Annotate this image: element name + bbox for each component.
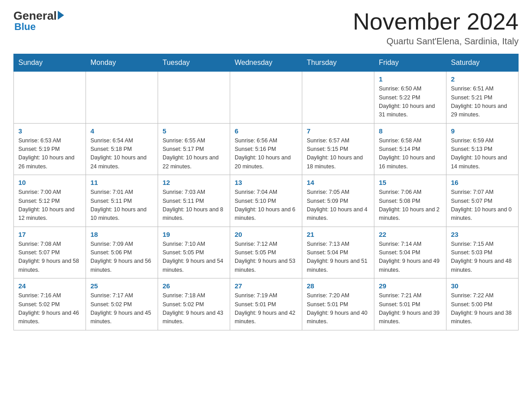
weekday-header-saturday: Saturday: [446, 54, 519, 72]
day-info: Sunrise: 7:17 AM Sunset: 5:02 PM Dayligh…: [90, 291, 153, 326]
day-number: 14: [307, 179, 369, 186]
calendar-cell: 11Sunrise: 7:01 AM Sunset: 5:11 PM Dayli…: [86, 175, 158, 227]
month-title: November 2024: [353, 9, 519, 34]
day-info: Sunrise: 7:18 AM Sunset: 5:02 PM Dayligh…: [163, 291, 225, 326]
calendar-cell: 7Sunrise: 6:57 AM Sunset: 5:15 PM Daylig…: [302, 123, 374, 175]
day-number: 11: [90, 179, 153, 186]
calendar-cell: [14, 72, 86, 124]
day-number: 7: [307, 127, 369, 135]
day-number: 12: [163, 179, 225, 186]
day-info: Sunrise: 7:04 AM Sunset: 5:10 PM Dayligh…: [235, 188, 297, 223]
weekday-header-tuesday: Tuesday: [158, 54, 230, 72]
calendar-cell: 29Sunrise: 7:21 AM Sunset: 5:01 PM Dayli…: [374, 278, 446, 330]
day-info: Sunrise: 7:08 AM Sunset: 5:07 PM Dayligh…: [18, 240, 81, 275]
week-row-2: 3Sunrise: 6:53 AM Sunset: 5:19 PM Daylig…: [14, 123, 519, 175]
day-number: 5: [163, 127, 225, 135]
day-info: Sunrise: 7:13 AM Sunset: 5:04 PM Dayligh…: [307, 240, 369, 275]
day-number: 1: [379, 75, 442, 83]
day-number: 22: [379, 231, 442, 238]
day-number: 10: [18, 179, 81, 186]
day-info: Sunrise: 6:58 AM Sunset: 5:14 PM Dayligh…: [379, 137, 442, 171]
day-info: Sunrise: 7:16 AM Sunset: 5:02 PM Dayligh…: [18, 291, 81, 326]
week-row-4: 17Sunrise: 7:08 AM Sunset: 5:07 PM Dayli…: [14, 227, 519, 278]
calendar-cell: 19Sunrise: 7:10 AM Sunset: 5:05 PM Dayli…: [158, 227, 230, 278]
calendar-cell: [86, 72, 158, 124]
calendar-cell: [158, 72, 230, 124]
day-number: 19: [163, 231, 225, 238]
location-subtitle: Quartu Sant'Elena, Sardinia, Italy: [353, 36, 519, 47]
day-info: Sunrise: 7:09 AM Sunset: 5:06 PM Dayligh…: [90, 240, 153, 275]
day-info: Sunrise: 6:54 AM Sunset: 5:18 PM Dayligh…: [90, 137, 153, 171]
calendar-cell: 13Sunrise: 7:04 AM Sunset: 5:10 PM Dayli…: [230, 175, 302, 227]
week-row-3: 10Sunrise: 7:00 AM Sunset: 5:12 PM Dayli…: [14, 175, 519, 227]
weekday-header-sunday: Sunday: [14, 54, 86, 72]
day-info: Sunrise: 7:15 AM Sunset: 5:03 PM Dayligh…: [451, 240, 514, 275]
calendar-cell: 16Sunrise: 7:07 AM Sunset: 5:07 PM Dayli…: [446, 175, 519, 227]
day-info: Sunrise: 7:19 AM Sunset: 5:01 PM Dayligh…: [235, 291, 297, 326]
day-number: 27: [235, 282, 297, 290]
calendar-cell: 18Sunrise: 7:09 AM Sunset: 5:06 PM Dayli…: [86, 227, 158, 278]
day-info: Sunrise: 7:07 AM Sunset: 5:07 PM Dayligh…: [451, 188, 514, 223]
calendar-cell: 20Sunrise: 7:12 AM Sunset: 5:05 PM Dayli…: [230, 227, 302, 278]
day-number: 16: [451, 179, 514, 186]
calendar-cell: 1Sunrise: 6:50 AM Sunset: 5:22 PM Daylig…: [374, 72, 446, 124]
day-info: Sunrise: 7:12 AM Sunset: 5:05 PM Dayligh…: [235, 240, 297, 275]
logo-arrow-icon: [58, 11, 64, 20]
day-info: Sunrise: 7:21 AM Sunset: 5:01 PM Dayligh…: [379, 291, 442, 326]
day-number: 29: [379, 282, 442, 290]
calendar-cell: 21Sunrise: 7:13 AM Sunset: 5:04 PM Dayli…: [302, 227, 374, 278]
logo-blue: Blue: [14, 21, 36, 33]
day-number: 15: [379, 179, 442, 186]
weekday-header-wednesday: Wednesday: [230, 54, 302, 72]
day-info: Sunrise: 6:59 AM Sunset: 5:13 PM Dayligh…: [451, 137, 514, 171]
calendar-cell: [230, 72, 302, 124]
day-info: Sunrise: 6:50 AM Sunset: 5:22 PM Dayligh…: [379, 85, 442, 120]
day-info: Sunrise: 6:53 AM Sunset: 5:19 PM Dayligh…: [18, 137, 81, 171]
title-area: November 2024 Quartu Sant'Elena, Sardini…: [353, 9, 519, 47]
calendar-cell: 28Sunrise: 7:20 AM Sunset: 5:01 PM Dayli…: [302, 278, 374, 330]
calendar-cell: [302, 72, 374, 124]
calendar-cell: 30Sunrise: 7:22 AM Sunset: 5:00 PM Dayli…: [446, 278, 519, 330]
calendar-cell: 14Sunrise: 7:05 AM Sunset: 5:09 PM Dayli…: [302, 175, 374, 227]
weekday-header-monday: Monday: [86, 54, 158, 72]
day-number: 20: [235, 231, 297, 238]
calendar-cell: 26Sunrise: 7:18 AM Sunset: 5:02 PM Dayli…: [158, 278, 230, 330]
day-number: 8: [379, 127, 442, 135]
calendar-cell: 24Sunrise: 7:16 AM Sunset: 5:02 PM Dayli…: [14, 278, 86, 330]
day-number: 9: [451, 127, 514, 135]
day-info: Sunrise: 6:51 AM Sunset: 5:21 PM Dayligh…: [451, 85, 514, 120]
day-number: 3: [18, 127, 81, 135]
day-number: 28: [307, 282, 369, 290]
calendar-cell: 22Sunrise: 7:14 AM Sunset: 5:04 PM Dayli…: [374, 227, 446, 278]
calendar-cell: 6Sunrise: 6:56 AM Sunset: 5:16 PM Daylig…: [230, 123, 302, 175]
day-info: Sunrise: 7:14 AM Sunset: 5:04 PM Dayligh…: [379, 240, 442, 275]
week-row-1: 1Sunrise: 6:50 AM Sunset: 5:22 PM Daylig…: [14, 72, 519, 124]
logo-area: General Blue: [13, 9, 64, 33]
day-info: Sunrise: 7:05 AM Sunset: 5:09 PM Dayligh…: [307, 188, 369, 223]
calendar-cell: 8Sunrise: 6:58 AM Sunset: 5:14 PM Daylig…: [374, 123, 446, 175]
calendar-cell: 27Sunrise: 7:19 AM Sunset: 5:01 PM Dayli…: [230, 278, 302, 330]
calendar-table: SundayMondayTuesdayWednesdayThursdayFrid…: [13, 54, 519, 330]
day-number: 21: [307, 231, 369, 238]
day-number: 18: [90, 231, 153, 238]
calendar-cell: 3Sunrise: 6:53 AM Sunset: 5:19 PM Daylig…: [14, 123, 86, 175]
day-info: Sunrise: 7:01 AM Sunset: 5:11 PM Dayligh…: [90, 188, 153, 223]
day-number: 17: [18, 231, 81, 238]
day-number: 6: [235, 127, 297, 135]
calendar-cell: 23Sunrise: 7:15 AM Sunset: 5:03 PM Dayli…: [446, 227, 519, 278]
day-number: 30: [451, 282, 514, 290]
day-info: Sunrise: 7:06 AM Sunset: 5:08 PM Dayligh…: [379, 188, 442, 223]
calendar-cell: 9Sunrise: 6:59 AM Sunset: 5:13 PM Daylig…: [446, 123, 519, 175]
day-number: 23: [451, 231, 514, 238]
calendar-cell: 10Sunrise: 7:00 AM Sunset: 5:12 PM Dayli…: [14, 175, 86, 227]
day-info: Sunrise: 7:03 AM Sunset: 5:11 PM Dayligh…: [163, 188, 225, 223]
day-info: Sunrise: 6:57 AM Sunset: 5:15 PM Dayligh…: [307, 137, 369, 171]
weekday-header-friday: Friday: [374, 54, 446, 72]
calendar-cell: 15Sunrise: 7:06 AM Sunset: 5:08 PM Dayli…: [374, 175, 446, 227]
weekday-header-thursday: Thursday: [302, 54, 374, 72]
day-info: Sunrise: 6:56 AM Sunset: 5:16 PM Dayligh…: [235, 137, 297, 171]
day-info: Sunrise: 7:20 AM Sunset: 5:01 PM Dayligh…: [307, 291, 369, 326]
calendar-cell: 25Sunrise: 7:17 AM Sunset: 5:02 PM Dayli…: [86, 278, 158, 330]
calendar-cell: 2Sunrise: 6:51 AM Sunset: 5:21 PM Daylig…: [446, 72, 519, 124]
day-info: Sunrise: 6:55 AM Sunset: 5:17 PM Dayligh…: [163, 137, 225, 171]
